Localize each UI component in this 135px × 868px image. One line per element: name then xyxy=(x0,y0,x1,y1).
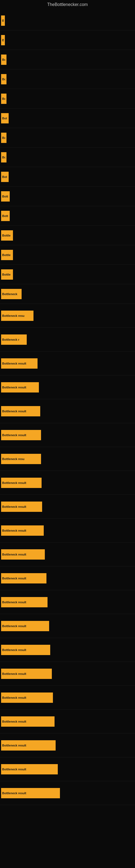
bar-wrapper: Bottleneck result xyxy=(0,477,42,488)
bar-row: B xyxy=(0,30,135,50)
bar-wrapper: Bottleneck result xyxy=(0,716,54,727)
bar-row: Bo xyxy=(0,148,135,167)
bar-row: Bottleneck result xyxy=(0,351,135,375)
bar-label: Bottleneck result xyxy=(2,410,26,413)
bar-row: Bottle xyxy=(0,245,135,265)
bar-row: Bottleneck result xyxy=(0,542,135,566)
bar-row: Bottleneck result xyxy=(0,757,135,781)
bar-label: Bott xyxy=(2,195,8,198)
bar-label: Bottleneck r xyxy=(2,338,19,341)
bar-label: Bottleneck result xyxy=(2,672,26,675)
bar-wrapper: Bottleneck resu xyxy=(0,454,41,464)
bar-item: Bottleneck result xyxy=(1,430,41,440)
bar-wrapper: B xyxy=(0,35,5,45)
bar-wrapper: Bo xyxy=(0,132,6,143)
bar-wrapper: Bot xyxy=(0,172,9,182)
bar-item: Bottleneck r xyxy=(1,335,27,345)
bar-item: Bottleneck result xyxy=(1,692,53,703)
bar-item: B xyxy=(1,16,5,26)
bar-item: Bottle xyxy=(1,269,13,280)
bar-item: Bottleneck resu xyxy=(1,311,34,321)
bar-wrapper: Bottleneck resu xyxy=(0,310,34,321)
bar-wrapper: Bo xyxy=(0,54,6,65)
bar-item: Bottleneck xyxy=(1,289,21,299)
bar-row: Bottleneck result xyxy=(0,590,135,614)
bar-wrapper: Bottle xyxy=(0,230,13,241)
bar-wrapper: Bottleneck result xyxy=(0,430,41,440)
site-title: TheBottlenecker.com xyxy=(0,0,135,8)
bar-label: Bot xyxy=(2,175,7,179)
bar-row: Bot xyxy=(0,167,135,187)
bar-row: Bottleneck result xyxy=(0,471,135,495)
bar-wrapper: Bottleneck result xyxy=(0,573,46,584)
bar-label: Bottle xyxy=(2,234,10,237)
bar-item: Bottleneck resu xyxy=(1,454,41,464)
bar-wrapper: Bo xyxy=(0,93,6,104)
bar-item: Bottleneck result xyxy=(1,740,56,750)
bar-item: Bo xyxy=(1,74,6,84)
bar-wrapper: B xyxy=(0,15,5,26)
bar-wrapper: Bott xyxy=(0,211,10,221)
bar-wrapper: Bottleneck result xyxy=(0,382,39,393)
bar-wrapper: Bottle xyxy=(0,250,13,260)
bar-row: Bott xyxy=(0,187,135,206)
bar-row: Bottleneck result xyxy=(0,399,135,423)
bar-row: Bottleneck resu xyxy=(0,304,135,328)
bar-label: Bottleneck result xyxy=(2,577,26,580)
bar-wrapper: Bottleneck result xyxy=(0,549,45,560)
bar-label: Bottleneck result xyxy=(2,768,26,771)
bar-row: Bottleneck result xyxy=(0,566,135,590)
bar-label: B xyxy=(2,38,4,42)
bar-row: Bo xyxy=(0,50,135,69)
bar-label: Bo xyxy=(2,78,5,81)
bar-wrapper: Bottleneck result xyxy=(0,764,58,775)
bar-label: Bott xyxy=(2,214,8,218)
bar-wrapper: Bottleneck result xyxy=(0,788,60,799)
bar-row: Bottleneck result xyxy=(0,638,135,662)
bar-row: Bottleneck result xyxy=(0,375,135,399)
bar-row: Bottleneck result xyxy=(0,495,135,519)
bar-item: Bottleneck result xyxy=(1,716,54,727)
bar-item: Bott xyxy=(1,211,10,221)
bars-container: BBBoBoBoBotBoBoBotBottBottBottleBottleBo… xyxy=(0,8,135,808)
bar-wrapper: Bott xyxy=(0,191,10,202)
bar-row: Bottleneck resu xyxy=(0,447,135,471)
bar-row: Bo xyxy=(0,89,135,108)
bar-label: Bottleneck result xyxy=(2,744,26,747)
bar-row: Bot xyxy=(0,108,135,128)
bar-row: Bottleneck xyxy=(0,284,135,304)
bar-item: Bo xyxy=(1,94,6,104)
bar-label: Bottleneck result xyxy=(2,648,26,652)
bar-item: Bottleneck result xyxy=(1,573,46,584)
bar-wrapper: Bot xyxy=(0,113,9,124)
bar-wrapper: Bottleneck result xyxy=(0,740,56,751)
bar-label: Bottleneck result xyxy=(2,386,26,389)
bar-label: Bottleneck result xyxy=(2,600,26,604)
bar-row: Bo xyxy=(0,69,135,89)
bar-item: Bo xyxy=(1,152,6,162)
bar-wrapper: Bottleneck result xyxy=(0,669,52,679)
bar-wrapper: Bottleneck result xyxy=(0,406,40,416)
bar-row: Bottleneck result xyxy=(0,686,135,710)
bar-wrapper: Bottleneck result xyxy=(0,358,38,369)
bar-wrapper: Bottle xyxy=(0,269,13,280)
bar-item: Bottleneck result xyxy=(1,597,48,607)
bar-row: Bo xyxy=(0,128,135,148)
bar-row: Bottleneck result xyxy=(0,614,135,638)
bar-label: Bottleneck result xyxy=(2,481,26,485)
bar-row: B xyxy=(0,11,135,30)
bar-item: Bottleneck result xyxy=(1,358,38,369)
bar-label: Bottleneck resu xyxy=(2,457,25,461)
bar-wrapper: Bottleneck xyxy=(0,289,21,300)
bar-wrapper: Bottleneck result xyxy=(0,597,48,608)
bar-wrapper: Bottleneck result xyxy=(0,525,44,536)
bar-label: Bottleneck result xyxy=(2,624,26,628)
bar-label: Bo xyxy=(2,136,5,140)
bar-label: Bottleneck result xyxy=(2,362,26,365)
bar-row: Bott xyxy=(0,206,135,226)
bar-row: Bottleneck result xyxy=(0,781,135,805)
bar-wrapper: Bottleneck result xyxy=(0,645,50,655)
bar-label: Bottle xyxy=(2,253,10,257)
bar-label: Bottleneck result xyxy=(2,505,26,508)
bar-wrapper: Bottleneck result xyxy=(0,621,49,631)
